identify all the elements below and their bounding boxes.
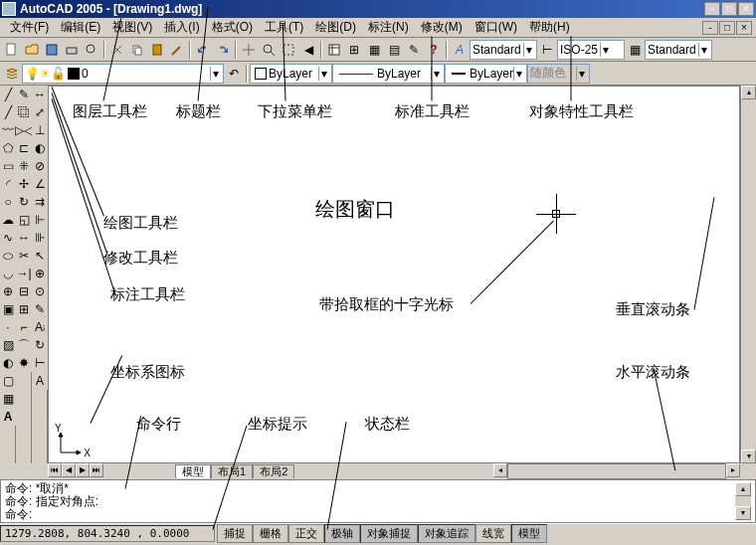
menu-tools[interactable]: 工具(T)	[259, 17, 309, 38]
vertical-scrollbar[interactable]: ▴ ▾	[740, 86, 756, 463]
join-icon[interactable]: ⊞	[16, 300, 32, 318]
properties-icon[interactable]	[324, 40, 344, 60]
qdim-icon[interactable]: ⇉	[32, 193, 48, 211]
open-icon[interactable]	[22, 40, 42, 60]
maximize-button[interactable]: □	[721, 2, 737, 16]
cmd-scroll-down-icon[interactable]: ▾	[735, 506, 751, 520]
lwt-toggle[interactable]: 线宽	[475, 524, 511, 543]
dimupdate-icon[interactable]: ↻	[32, 336, 48, 354]
redo-icon[interactable]	[213, 40, 233, 60]
mirror-icon[interactable]: ▷◁	[16, 121, 32, 139]
minimize-button[interactable]: -	[704, 2, 720, 16]
tolerance-icon[interactable]: ⊕	[32, 265, 48, 282]
gradient-icon[interactable]: ◐	[0, 354, 16, 372]
otrack-toggle[interactable]: 对象追踪	[418, 524, 475, 543]
dimcenter-icon[interactable]: ⊙	[32, 282, 48, 300]
match-icon[interactable]	[167, 40, 187, 60]
trim-icon[interactable]: ✂	[16, 247, 32, 265]
tab-last-icon[interactable]: ⏭	[90, 463, 103, 477]
layer-manager-icon[interactable]	[2, 64, 22, 84]
menu-edit[interactable]: 编辑(E)	[55, 17, 106, 38]
dimordinate-icon[interactable]: ⊥	[32, 121, 48, 139]
copy-obj-icon[interactable]: ⿻	[16, 103, 32, 121]
paste-icon[interactable]	[147, 40, 167, 60]
preview-icon[interactable]	[82, 40, 101, 60]
cut-icon[interactable]	[107, 40, 127, 60]
sheetset-icon[interactable]: ▤	[384, 40, 404, 60]
hatch-icon[interactable]: ▨	[0, 336, 16, 354]
erase-icon[interactable]: ✎	[16, 86, 32, 103]
menu-dim[interactable]: 标注(N)	[362, 17, 415, 38]
command-line[interactable]: 命令: *取消* 命令: 指定对角点: 命令: ▴ ▾	[0, 479, 756, 523]
offset-icon[interactable]: ⊏	[16, 139, 32, 157]
coordinate-display[interactable]: 1279.2808, 804.3240 , 0.0000	[0, 525, 215, 542]
move-icon[interactable]: ✢	[16, 175, 32, 193]
rotate-icon[interactable]: ↻	[16, 193, 32, 211]
drawing-area[interactable]: 图层工具栏 标题栏 下拉菜单栏 标准工具栏 对象特性工具栏 绘图工具栏 修改工具…	[48, 86, 740, 463]
qleader-icon[interactable]: ↖	[32, 247, 48, 265]
insert-icon[interactable]: ⊕	[0, 282, 16, 300]
pline-icon[interactable]: 〰	[0, 121, 16, 139]
arc-icon[interactable]: ◜	[0, 175, 16, 193]
table-style-combo[interactable]: Standard▾	[645, 40, 712, 60]
rectangle-icon[interactable]: ▭	[0, 157, 16, 175]
undo-icon[interactable]	[193, 40, 213, 60]
point-icon[interactable]: ·	[0, 318, 16, 336]
dimangular-icon[interactable]: ∠	[32, 175, 48, 193]
horizontal-scrollbar[interactable]: ◂ ▸	[493, 463, 740, 479]
scroll-right-icon[interactable]: ▸	[726, 463, 740, 477]
mtext-icon[interactable]: A	[0, 408, 16, 426]
spline-icon[interactable]: ∿	[0, 229, 16, 247]
close-button[interactable]: ×	[738, 2, 754, 16]
chamfer-icon[interactable]: ⌐	[16, 318, 32, 336]
doc-close-button[interactable]: ×	[736, 21, 752, 35]
help-icon[interactable]: ?	[424, 40, 444, 60]
scroll-left-icon[interactable]: ◂	[493, 463, 507, 477]
polygon-icon[interactable]: ⬠	[0, 139, 16, 157]
tab-model[interactable]: 模型	[175, 464, 211, 478]
textstyle-icon[interactable]: A	[450, 40, 470, 60]
snap-toggle[interactable]: 捕捉	[217, 524, 253, 543]
dimtext-icon[interactable]: A	[32, 372, 48, 390]
region-icon[interactable]: ▢	[0, 372, 16, 390]
tablestyle-icon[interactable]: ▦	[625, 40, 645, 60]
grid-toggle[interactable]: 栅格	[253, 524, 288, 543]
toolpalette-icon[interactable]: ▦	[364, 40, 384, 60]
dimlinear-icon[interactable]: ↔	[32, 86, 48, 103]
cmd-scroll-up-icon[interactable]: ▴	[735, 482, 751, 496]
dimdiameter-icon[interactable]: ⊘	[32, 157, 48, 175]
scroll-down-icon[interactable]: ▾	[741, 450, 756, 463]
pan-icon[interactable]	[239, 40, 259, 60]
color-combo[interactable]: ByLayer▾	[250, 64, 332, 84]
menu-file[interactable]: 文件(F)	[4, 17, 55, 38]
menu-draw[interactable]: 绘图(D)	[309, 17, 362, 38]
line-icon[interactable]: ╱	[0, 86, 16, 103]
dimedit-icon[interactable]: ✎	[32, 300, 48, 318]
xline-icon[interactable]: ╱	[0, 103, 16, 121]
designcenter-icon[interactable]: ⊞	[344, 40, 364, 60]
dimstyle2-icon[interactable]: ⊢	[32, 354, 48, 372]
menu-window[interactable]: 窗口(W)	[469, 17, 523, 38]
extend-icon[interactable]: →|	[16, 265, 32, 282]
tab-first-icon[interactable]: ⏮	[48, 463, 62, 477]
scroll-up-icon[interactable]: ▴	[741, 86, 756, 99]
revcloud-icon[interactable]: ☁	[0, 211, 16, 229]
tab-layout1[interactable]: 布局1	[211, 464, 253, 478]
zoom-rt-icon[interactable]	[259, 40, 279, 60]
dimtedit-icon[interactable]: Aᵢ	[32, 318, 48, 336]
menu-view[interactable]: 视图(V)	[106, 17, 158, 38]
tab-prev-icon[interactable]: ◀	[62, 463, 76, 477]
dimbaseline-icon[interactable]: ⊩	[32, 211, 48, 229]
array-icon[interactable]: ⁜	[16, 157, 32, 175]
doc-maximize-button[interactable]: □	[719, 21, 735, 35]
dimcontinue-icon[interactable]: ⊪	[32, 229, 48, 247]
model-toggle[interactable]: 模型	[511, 524, 547, 543]
layer-prev-icon[interactable]: ↶	[224, 64, 244, 84]
ortho-toggle[interactable]: 正交	[288, 524, 324, 543]
scale-icon[interactable]: ◱	[16, 211, 32, 229]
polar-toggle[interactable]: 极轴	[324, 524, 360, 543]
ellipsearc-icon[interactable]: ◡	[0, 265, 16, 282]
doc-minimize-button[interactable]: -	[702, 21, 718, 35]
dimradius-icon[interactable]: ◐	[32, 139, 48, 157]
dimaligned-icon[interactable]: ⤢	[32, 103, 48, 121]
